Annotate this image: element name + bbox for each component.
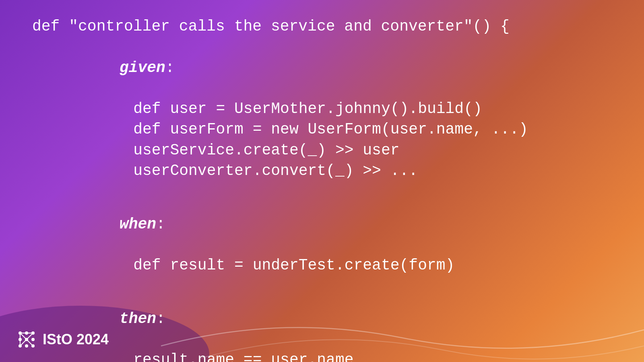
spacer-2 [32,276,620,288]
code-block: def "controller calls the service and co… [32,16,620,362]
then-keyword: then [120,310,156,327]
given-keyword: given [120,59,165,76]
code-line-3: def user = UserMother.johnny().build() [32,99,620,119]
code-line-1: def "controller calls the service and co… [32,16,620,37]
slide-background: def "controller calls the service and co… [0,0,644,362]
spacer-1 [32,181,620,193]
code-line-5: userService.create(_) >> user [32,140,620,160]
brand-text: IStO 2024 [43,331,109,348]
logo-icon [16,329,37,350]
svg-point-6 [31,338,35,341]
code-line-when: when: [32,193,620,255]
code-line-8: def result = underTest.create(form) [32,255,620,276]
code-line-given: given: [32,37,620,99]
code-line-10: result.name == user.name [32,350,620,362]
code-line-6: userConverter.convert(_) >> ... [32,160,620,181]
svg-point-8 [25,344,28,348]
branding-area: IStO 2024 [16,329,109,350]
when-keyword: when [120,216,156,233]
code-line-4: def userForm = new UserForm(user.name, .… [32,119,620,140]
code-line-then: then: [32,288,620,350]
